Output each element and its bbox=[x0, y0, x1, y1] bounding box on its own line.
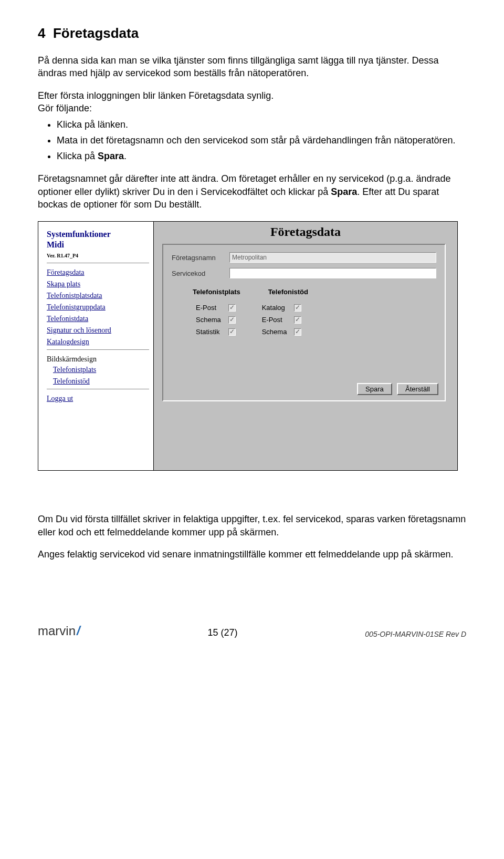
document-id: 005-OPI-MARVIN-01SE Rev D bbox=[365, 630, 466, 638]
divider bbox=[47, 389, 149, 389]
section-title-text: Företagsdata bbox=[53, 25, 139, 41]
options-row: Schema E-Post bbox=[196, 315, 306, 324]
sidebar-version: Ver. R1.47_P4 bbox=[47, 253, 149, 258]
nav-telefonistdata[interactable]: Telefonistdata bbox=[47, 315, 149, 323]
options-row: Statistik Schema bbox=[196, 327, 306, 336]
paragraph-3: Företagsnamnet går därefter inte att änd… bbox=[38, 172, 466, 211]
checkbox-schema-left[interactable] bbox=[228, 316, 236, 324]
company-input[interactable] bbox=[229, 252, 436, 263]
option-label: Statistik bbox=[196, 327, 225, 336]
form-panel: Företagsnamn Servicekod Telefonistplats … bbox=[162, 244, 446, 401]
group2-header: Telefonistöd bbox=[268, 288, 308, 296]
nav-telefonistgruppdata[interactable]: Telefonistgruppdata bbox=[47, 303, 149, 312]
bullet-item: Klicka på länken. bbox=[57, 118, 466, 131]
option-label: Schema bbox=[262, 327, 291, 336]
checkbox-epost-right[interactable] bbox=[294, 316, 301, 324]
options-table: E-Post Katalog Schema E-Post bbox=[193, 300, 309, 339]
nav-telefonistplats[interactable]: Telefonistplats bbox=[53, 366, 149, 374]
checkbox-katalog[interactable] bbox=[294, 304, 301, 312]
options-block: Telefonistplats Telefonistöd E-Post Kata… bbox=[193, 288, 436, 339]
row-servicecode: Servicekod bbox=[172, 268, 436, 278]
option-label: Schema bbox=[196, 315, 225, 324]
row-company: Företagsnamn bbox=[172, 252, 436, 263]
nav-bildskarmdesign-label: Bildskärmdesign bbox=[47, 355, 149, 364]
option-label: Katalog bbox=[262, 303, 291, 312]
paragraph-4: Om Du vid första tillfället skriver in f… bbox=[38, 513, 466, 539]
options-row: E-Post Katalog bbox=[196, 303, 306, 312]
nav-katalogdesign[interactable]: Katalogdesign bbox=[47, 338, 149, 346]
bullet-list: Klicka på länken. Mata in det företagsna… bbox=[57, 118, 466, 163]
page-number: 15 (27) bbox=[207, 627, 237, 638]
nav-telefonistplatsdata[interactable]: Telefonistplatsdata bbox=[47, 292, 149, 300]
checkbox-schema-right[interactable] bbox=[294, 328, 301, 336]
document-page: 4 Företagsdata På denna sida kan man se … bbox=[0, 0, 504, 659]
logo-slash-icon: / bbox=[77, 624, 80, 638]
paragraph-intro: På denna sida kan man se vilka tjänster … bbox=[38, 54, 466, 80]
page-footer: marvin/ 15 (27) 005-OPI-MARVIN-01SE Rev … bbox=[38, 624, 466, 638]
paragraph-5: Anges felaktig servicekod vid senare inm… bbox=[38, 548, 466, 561]
divider bbox=[47, 263, 149, 263]
checkbox-epost-left[interactable] bbox=[228, 304, 236, 312]
option-label: E-Post bbox=[196, 303, 225, 312]
servicecode-input[interactable] bbox=[229, 268, 436, 278]
main-area: Företagsdata Företagsnamn Servicekod Tel… bbox=[154, 222, 457, 470]
checkbox-statistik[interactable] bbox=[228, 328, 236, 336]
page-title: Företagsdata bbox=[154, 222, 457, 239]
nav-logga-ut[interactable]: Logga ut bbox=[47, 395, 149, 403]
sidebar: Systemfunktioner Midi Ver. R1.47_P4 Före… bbox=[38, 222, 154, 470]
nav-telefonistod[interactable]: Telefonistöd bbox=[53, 377, 149, 386]
group1-header: Telefonistplats bbox=[193, 288, 266, 296]
embedded-screenshot: Systemfunktioner Midi Ver. R1.47_P4 Före… bbox=[38, 221, 458, 471]
option-label: E-Post bbox=[262, 315, 291, 324]
logo: marvin/ bbox=[38, 624, 80, 638]
divider bbox=[47, 349, 149, 350]
bullet-item: Mata in det företagsnamn och den service… bbox=[57, 133, 466, 147]
save-button[interactable]: Spara bbox=[357, 383, 392, 395]
bullet-item: Klicka på Spara. bbox=[57, 149, 466, 163]
nav-skapa-plats[interactable]: Skapa plats bbox=[47, 280, 149, 288]
company-label: Företagsnamn bbox=[172, 254, 229, 262]
nav-foretagsdata[interactable]: Företagsdata bbox=[47, 268, 149, 277]
reset-button[interactable]: Återställ bbox=[397, 383, 438, 395]
paragraph-2: Efter första inloggningen blir länken Fö… bbox=[38, 89, 466, 115]
servicecode-label: Servicekod bbox=[172, 270, 229, 277]
nav-signatur-losenord[interactable]: Signatur och lösenord bbox=[47, 326, 149, 335]
section-number: 4 bbox=[38, 25, 45, 41]
button-bar: Spara Återställ bbox=[354, 383, 438, 395]
section-heading: 4 Företagsdata bbox=[38, 25, 466, 42]
sidebar-title: Systemfunktioner Midi bbox=[47, 229, 149, 249]
